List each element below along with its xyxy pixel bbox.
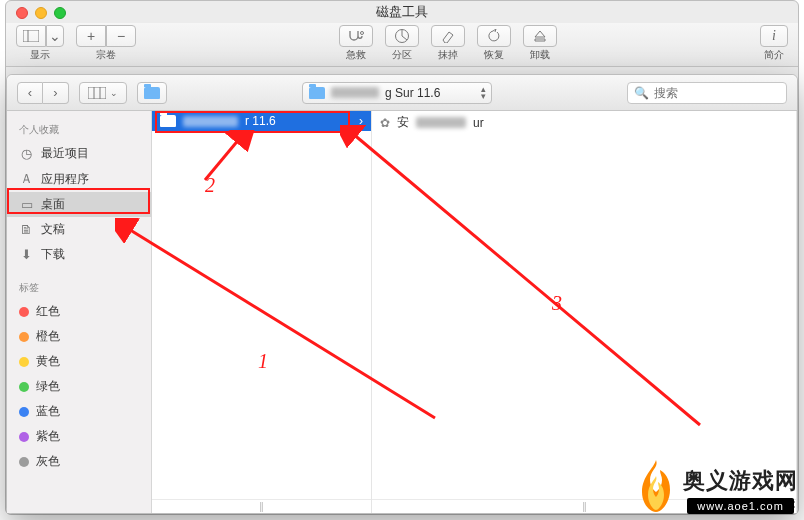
clock-icon: ◷ bbox=[19, 146, 34, 161]
unmount-button[interactable] bbox=[523, 25, 557, 47]
sidebar-tag-red[interactable]: 红色 bbox=[7, 299, 151, 324]
pie-icon bbox=[394, 28, 410, 44]
firstaid-button[interactable] bbox=[339, 25, 373, 47]
erase-button[interactable] bbox=[431, 25, 465, 47]
sidebar-tag-green[interactable]: 绿色 bbox=[7, 374, 151, 399]
chevron-down-icon: ⌄ bbox=[110, 88, 118, 98]
eject-icon bbox=[533, 29, 547, 43]
tag-dot-icon bbox=[19, 357, 29, 367]
sidebar-tag-purple[interactable]: 紫色 bbox=[7, 424, 151, 449]
blurred-text bbox=[416, 117, 466, 128]
firstaid-group: 急救 bbox=[339, 25, 373, 62]
folder-popup-button[interactable] bbox=[137, 82, 167, 104]
sidebar-tag-gray[interactable]: 灰色 bbox=[7, 449, 151, 474]
sidebar-item-label: 紫色 bbox=[36, 428, 60, 445]
path-popup[interactable]: g Sur 11.6 ▴▾ bbox=[302, 82, 492, 104]
finder-window: ‹ › ⌄ g Sur 11.6 ▴▾ 🔍 个人收藏 ◷ bbox=[6, 74, 798, 514]
column-resize-handle[interactable]: ‖ bbox=[152, 499, 371, 513]
tag-dot-icon bbox=[19, 407, 29, 417]
sidebar-item-label: 桌面 bbox=[41, 196, 65, 213]
view-group: ⌄ 显示 bbox=[16, 25, 64, 62]
folder-icon bbox=[144, 87, 160, 99]
close-icon[interactable] bbox=[16, 7, 28, 19]
view-mode-button[interactable]: ⌄ bbox=[79, 82, 127, 104]
info-icon: i bbox=[772, 28, 776, 44]
watermark: 奥义游戏网 www.aoe1.com bbox=[635, 458, 798, 514]
erase-group: 抹掉 bbox=[431, 25, 465, 62]
watermark-url: www.aoe1.com bbox=[687, 498, 794, 514]
forward-button[interactable]: › bbox=[43, 82, 69, 104]
svg-rect-0 bbox=[23, 30, 39, 42]
info-button[interactable]: i bbox=[760, 25, 788, 47]
sidebar-tag-yellow[interactable]: 黄色 bbox=[7, 349, 151, 374]
sidebar-item-label: 文稿 bbox=[41, 221, 65, 238]
tag-dot-icon bbox=[19, 382, 29, 392]
du-toolbar: ⌄ 显示 + − 宗卷 急救 分区 bbox=[6, 23, 798, 67]
search-input[interactable] bbox=[654, 86, 804, 100]
sidebar-item-label: 红色 bbox=[36, 303, 60, 320]
item-suffix: ur bbox=[473, 116, 484, 130]
restore-button[interactable] bbox=[477, 25, 511, 47]
list-item[interactable]: r 11.6 › bbox=[152, 111, 371, 131]
column-1[interactable]: r 11.6 › ‖ bbox=[152, 111, 372, 513]
sidebar-item-applications[interactable]: Ａ 应用程序 bbox=[7, 166, 151, 192]
svg-point-2 bbox=[361, 32, 364, 35]
sidebar-item-recents[interactable]: ◷ 最近项目 bbox=[7, 141, 151, 166]
restore-group: 恢复 bbox=[477, 25, 511, 62]
volume-remove-button[interactable]: − bbox=[106, 25, 136, 47]
firstaid-label: 急救 bbox=[346, 48, 366, 62]
blurred-text bbox=[183, 116, 238, 127]
folder-icon bbox=[309, 87, 325, 99]
tags-header: 标签 bbox=[7, 277, 151, 299]
titlebar: 磁盘工具 bbox=[6, 1, 798, 23]
tag-dot-icon bbox=[19, 457, 29, 467]
tag-dot-icon bbox=[19, 332, 29, 342]
restore-label: 恢复 bbox=[484, 48, 504, 62]
window-controls[interactable] bbox=[16, 7, 66, 19]
flame-logo-icon bbox=[635, 458, 677, 514]
search-field[interactable]: 🔍 bbox=[627, 82, 787, 104]
partition-button[interactable] bbox=[385, 25, 419, 47]
view-chevron-button[interactable]: ⌄ bbox=[46, 25, 64, 47]
partition-group: 分区 bbox=[385, 25, 419, 62]
sidebar-tag-orange[interactable]: 橙色 bbox=[7, 324, 151, 349]
sidebar-item-downloads[interactable]: ⬇ 下载 bbox=[7, 242, 151, 267]
sidebar-item-desktop[interactable]: ▭ 桌面 bbox=[7, 192, 151, 217]
volume-add-button[interactable]: + bbox=[76, 25, 106, 47]
sidebar-item-label: 最近项目 bbox=[41, 145, 89, 162]
window-title: 磁盘工具 bbox=[376, 3, 428, 21]
folder-icon bbox=[160, 115, 176, 127]
download-icon: ⬇ bbox=[19, 247, 34, 262]
search-icon: 🔍 bbox=[634, 86, 649, 100]
restore-icon bbox=[486, 29, 502, 43]
sidebar-item-label: 绿色 bbox=[36, 378, 60, 395]
desktop-icon: ▭ bbox=[19, 197, 34, 212]
sidebar: 个人收藏 ◷ 最近项目 Ａ 应用程序 ▭ 桌面 🗎 文稿 ⬇ 下载 标签 bbox=[7, 111, 152, 513]
sidebar-item-label: 应用程序 bbox=[41, 171, 89, 188]
chevron-right-icon: › bbox=[53, 85, 57, 100]
info-group: i 简介 bbox=[760, 25, 788, 62]
unmount-label: 卸载 bbox=[530, 48, 550, 62]
list-item[interactable]: ✿ 安 ur bbox=[372, 111, 796, 134]
sidebar-item-label: 橙色 bbox=[36, 328, 60, 345]
item-suffix: r 11.6 bbox=[245, 114, 276, 128]
column-2[interactable]: ✿ 安 ur ‖ bbox=[372, 111, 797, 513]
sidebar-tag-blue[interactable]: 蓝色 bbox=[7, 399, 151, 424]
tag-dot-icon bbox=[19, 432, 29, 442]
back-button[interactable]: ‹ bbox=[17, 82, 43, 104]
finder-body: 个人收藏 ◷ 最近项目 Ａ 应用程序 ▭ 桌面 🗎 文稿 ⬇ 下载 标签 bbox=[7, 111, 797, 513]
minimize-icon[interactable] bbox=[35, 7, 47, 19]
item-prefix: 安 bbox=[397, 114, 409, 131]
document-icon: 🗎 bbox=[19, 222, 34, 237]
partition-label: 分区 bbox=[392, 48, 412, 62]
watermark-title: 奥义游戏网 bbox=[683, 466, 798, 496]
view-label: 显示 bbox=[30, 48, 50, 62]
sidebar-item-documents[interactable]: 🗎 文稿 bbox=[7, 217, 151, 242]
blurred-text bbox=[331, 87, 379, 98]
zoom-icon[interactable] bbox=[54, 7, 66, 19]
updown-icon: ▴▾ bbox=[481, 86, 486, 100]
sidebar-item-label: 黄色 bbox=[36, 353, 60, 370]
sidebar-toggle-button[interactable] bbox=[16, 25, 46, 47]
watermark-text: 奥义游戏网 www.aoe1.com bbox=[683, 466, 798, 514]
installer-icon: ✿ bbox=[380, 116, 390, 130]
